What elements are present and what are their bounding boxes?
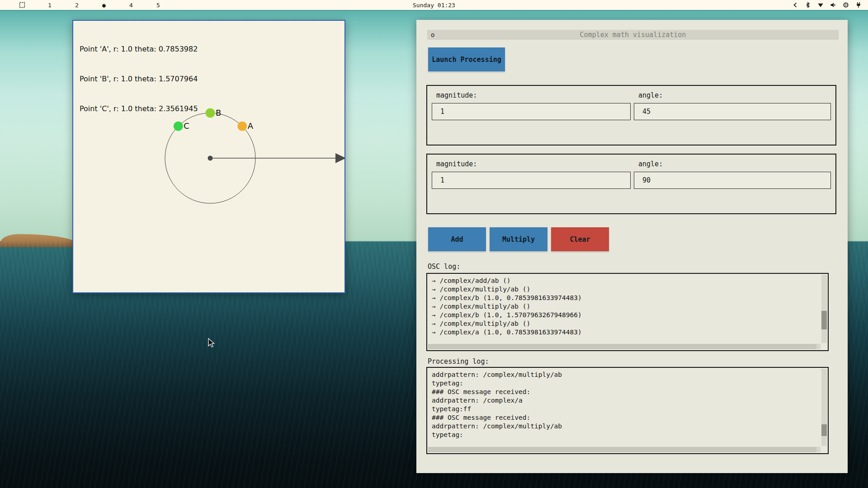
osc-vertical-scrollbar[interactable] bbox=[821, 275, 827, 343]
magnitude-label: magnitude: bbox=[436, 160, 477, 168]
osc-horizontal-scrollbar-thumb[interactable] bbox=[428, 344, 816, 349]
power-plug-icon[interactable] bbox=[855, 2, 862, 8]
magnitude-a-input[interactable] bbox=[432, 103, 631, 120]
osc-log-box[interactable]: → /complex/add/ab ()→ /complex/multiply/… bbox=[426, 273, 829, 351]
point-b-dot bbox=[206, 108, 215, 118]
titlebar-menu-char[interactable]: o bbox=[431, 30, 434, 40]
log-line: addrpattern: /complex/a bbox=[432, 396, 818, 405]
angle-a-input[interactable] bbox=[634, 103, 831, 120]
processing-log-box[interactable]: addrpattern: /complex/multiply/abtypetag… bbox=[426, 367, 829, 454]
volume-icon[interactable] bbox=[830, 2, 836, 8]
log-line: → /complex/a (1.0, 0.7853981633974483) bbox=[432, 328, 818, 337]
processor-icon[interactable] bbox=[843, 2, 849, 8]
mouse-cursor bbox=[208, 338, 217, 348]
processing-vertical-scrollbar-thumb[interactable] bbox=[821, 424, 827, 436]
processing-log-label: Processing log: bbox=[428, 357, 489, 366]
osc-log-lines: → /complex/add/ab ()→ /complex/multiply/… bbox=[432, 277, 818, 343]
menubar: 1 2 ● 4 5 Sunday 01:23 bbox=[0, 0, 868, 10]
point-a-dot bbox=[237, 122, 247, 131]
clear-button[interactable]: Clear bbox=[551, 227, 609, 251]
processing-sketch-window: ABC Point 'A', r: 1.0 theta: 0.7853982 P… bbox=[72, 20, 345, 293]
clock: Sunday 01:23 bbox=[0, 0, 868, 10]
log-line: addrpattern: /complex/multiply/ab bbox=[432, 422, 818, 431]
processing-vertical-scrollbar[interactable] bbox=[821, 369, 827, 446]
log-line: → /complex/multiply/ab () bbox=[432, 302, 818, 311]
log-line: typetag: bbox=[432, 379, 818, 388]
processing-log-lines: addrpattern: /complex/multiply/abtypetag… bbox=[432, 371, 818, 446]
log-line: typetag:ff bbox=[432, 405, 818, 413]
multiply-button[interactable]: Multiply bbox=[490, 227, 547, 251]
origin-dot bbox=[208, 156, 213, 161]
chevron-left-icon[interactable] bbox=[792, 2, 798, 8]
log-line: ### OSC message received: bbox=[432, 388, 818, 396]
osc-vertical-scrollbar-thumb[interactable] bbox=[821, 311, 827, 329]
processing-horizontal-scrollbar-thumb[interactable] bbox=[428, 447, 816, 452]
magnitude-b-input[interactable] bbox=[432, 172, 631, 189]
point-c-readout: Point 'C', r: 1.0 theta: 2.3561945 bbox=[80, 104, 198, 114]
titlebar[interactable]: o Complex math visualization bbox=[427, 30, 839, 40]
launch-processing-button[interactable]: Launch Processing bbox=[428, 47, 505, 71]
angle-label: angle: bbox=[638, 91, 663, 99]
operand-b-group: magnitude: angle: bbox=[426, 154, 836, 214]
log-line: → /complex/multiply/ab () bbox=[432, 285, 818, 294]
log-line: addrpattern: /complex/multiply/ab bbox=[432, 371, 818, 379]
osc-horizontal-scrollbar[interactable] bbox=[428, 344, 821, 349]
log-line: → /complex/add/ab () bbox=[432, 277, 818, 285]
operand-a-group: magnitude: angle: bbox=[426, 85, 836, 145]
desktop: 1 2 ● 4 5 Sunday 01:23 bbox=[0, 0, 868, 488]
log-line: → /complex/multiply/ab () bbox=[432, 319, 818, 328]
point-a-readout: Point 'A', r: 1.0 theta: 0.7853982 bbox=[80, 44, 198, 54]
angle-b-input[interactable] bbox=[634, 172, 831, 189]
complex-math-window: o Complex math visualization Launch Proc… bbox=[416, 20, 848, 473]
log-line: ### OSC message received: bbox=[432, 413, 818, 422]
bluetooth-icon[interactable] bbox=[805, 2, 811, 8]
point-a-label: A bbox=[248, 121, 254, 131]
angle-label: angle: bbox=[638, 160, 663, 168]
window-title: Complex math visualization bbox=[580, 31, 686, 39]
log-line: → /complex/b (1.0, 0.7853981633974483) bbox=[432, 294, 818, 302]
system-tray bbox=[792, 0, 862, 10]
network-signal-icon[interactable] bbox=[817, 2, 824, 8]
log-line: typetag: bbox=[432, 431, 818, 439]
add-button[interactable]: Add bbox=[428, 227, 486, 251]
sketch-log-text: Point 'A', r: 1.0 theta: 0.7853982 Point… bbox=[80, 24, 198, 134]
processing-horizontal-scrollbar[interactable] bbox=[428, 447, 821, 452]
axis-arrowhead bbox=[335, 153, 344, 163]
point-b-label: B bbox=[216, 108, 221, 117]
island-image bbox=[0, 234, 78, 247]
osc-log-label: OSC log: bbox=[428, 263, 460, 271]
magnitude-label: magnitude: bbox=[436, 91, 477, 99]
point-b-readout: Point 'B', r: 1.0 theta: 1.5707964 bbox=[80, 74, 198, 84]
log-line: → /complex/b (1.0, 1.5707963267948966) bbox=[432, 311, 818, 319]
